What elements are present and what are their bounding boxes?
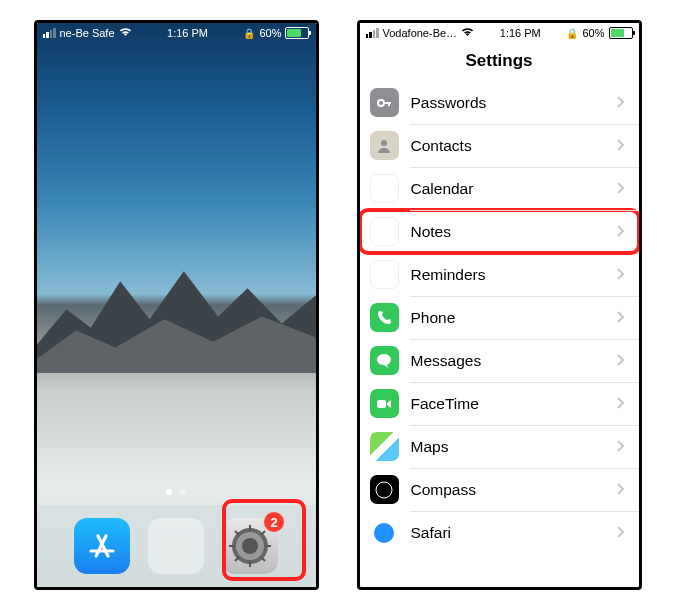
chevron-right-icon xyxy=(617,309,625,327)
reminders-icon xyxy=(370,260,399,289)
settings-row-label: Reminders xyxy=(411,266,617,284)
settings-row-label: Phone xyxy=(411,309,617,327)
chevron-right-icon xyxy=(617,481,625,499)
chevron-right-icon xyxy=(617,180,625,198)
chevron-right-icon xyxy=(617,524,625,542)
settings-row-label: Notes xyxy=(411,223,617,241)
settings-row-phone[interactable]: Phone xyxy=(360,296,639,339)
svg-point-5 xyxy=(242,538,258,554)
chevron-right-icon xyxy=(617,395,625,413)
dock: 2 xyxy=(37,505,316,587)
battery-icon xyxy=(609,27,633,39)
settings-row-notes[interactable]: Notes xyxy=(360,210,639,253)
battery-icon xyxy=(285,27,309,39)
settings-row-label: Compass xyxy=(411,481,617,499)
svg-point-19 xyxy=(376,482,392,498)
settings-row-label: Messages xyxy=(411,352,617,370)
settings-list: PasswordsContactsCalendarNotesRemindersP… xyxy=(360,81,639,554)
maps-icon xyxy=(370,432,399,461)
calendar-icon xyxy=(370,174,399,203)
app-store-icon[interactable] xyxy=(74,518,130,574)
messages-icon xyxy=(370,346,399,375)
settings-row-messages[interactable]: Messages xyxy=(360,339,639,382)
settings-row-passwords[interactable]: Passwords xyxy=(360,81,639,124)
compass-icon xyxy=(370,475,399,504)
settings-row-facetime[interactable]: FaceTime xyxy=(360,382,639,425)
svg-line-13 xyxy=(261,531,265,535)
settings-row-maps[interactable]: Maps xyxy=(360,425,639,468)
settings-row-label: Safari xyxy=(411,524,617,542)
safari-icon xyxy=(370,518,399,547)
settings-row-label: FaceTime xyxy=(411,395,617,413)
settings-row-label: Contacts xyxy=(411,137,617,155)
settings-row-label: Passwords xyxy=(411,94,617,112)
chevron-right-icon xyxy=(617,223,625,241)
home-screen-phone: ne-Be Safe 1:16 PM 🔒 60% 2 xyxy=(34,20,319,590)
settings-row-contacts[interactable]: Contacts xyxy=(360,124,639,167)
svg-point-14 xyxy=(378,100,384,106)
wallpaper-mountains xyxy=(37,260,316,373)
wifi-icon xyxy=(461,27,474,39)
carrier-label: ne-Be Safe xyxy=(60,27,115,39)
settings-row-reminders[interactable]: Reminders xyxy=(360,253,639,296)
settings-app-icon[interactable]: 2 xyxy=(222,518,278,574)
page-title: Settings xyxy=(360,43,639,81)
svg-line-11 xyxy=(261,557,265,561)
chevron-right-icon xyxy=(617,94,625,112)
page-dots[interactable] xyxy=(37,489,316,495)
settings-row-safari[interactable]: Safari xyxy=(360,511,639,554)
signal-icon xyxy=(43,28,56,38)
svg-line-12 xyxy=(235,557,239,561)
carrier-label: Vodafone-Be… xyxy=(383,27,458,39)
app-folder[interactable] xyxy=(148,518,204,574)
battery-pct: 60% xyxy=(582,27,604,39)
notes-icon xyxy=(370,217,399,246)
svg-point-20 xyxy=(374,523,394,543)
settings-screen-phone: Vodafone-Be… 1:16 PM 🔒 60% Settings Pass… xyxy=(357,20,642,590)
signal-icon xyxy=(366,28,379,38)
settings-row-label: Calendar xyxy=(411,180,617,198)
wifi-icon xyxy=(119,27,132,39)
chevron-right-icon xyxy=(617,266,625,284)
settings-row-label: Maps xyxy=(411,438,617,456)
status-bar: Vodafone-Be… 1:16 PM 🔒 60% xyxy=(360,23,639,43)
chevron-right-icon xyxy=(617,137,625,155)
svg-line-10 xyxy=(235,531,239,535)
settings-row-compass[interactable]: Compass xyxy=(360,468,639,511)
phone-icon xyxy=(370,303,399,332)
clock: 1:16 PM xyxy=(500,27,541,39)
settings-row-calendar[interactable]: Calendar xyxy=(360,167,639,210)
clock: 1:16 PM xyxy=(167,27,208,39)
contacts-icon xyxy=(370,131,399,160)
svg-point-17 xyxy=(381,140,387,146)
chevron-right-icon xyxy=(617,438,625,456)
settings-badge: 2 xyxy=(264,512,284,532)
svg-rect-18 xyxy=(377,400,386,408)
status-bar: ne-Be Safe 1:16 PM 🔒 60% xyxy=(37,23,316,43)
orientation-lock-icon: 🔒 xyxy=(566,28,578,39)
orientation-lock-icon: 🔒 xyxy=(243,28,255,39)
facetime-icon xyxy=(370,389,399,418)
passwords-icon xyxy=(370,88,399,117)
chevron-right-icon xyxy=(617,352,625,370)
battery-pct: 60% xyxy=(259,27,281,39)
